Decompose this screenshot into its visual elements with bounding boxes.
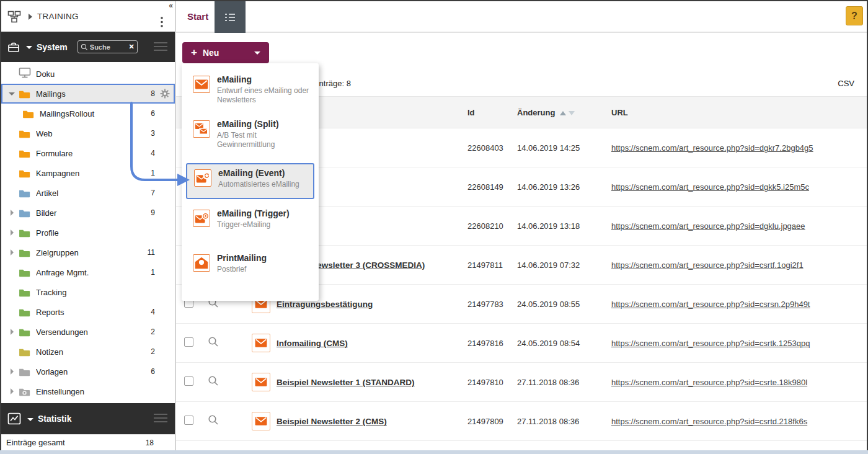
tree-item-bilder[interactable]: Bilder 9 [1, 203, 175, 223]
table-row: Beispiel Newsletter 2 (CMS) 21497809 27.… [176, 402, 867, 441]
search-icon [81, 43, 88, 51]
csv-export-link[interactable]: CSV [838, 79, 854, 88]
row-checkbox[interactable] [184, 337, 193, 347]
folder-icon [22, 109, 40, 118]
system-panel-title: System [37, 42, 68, 52]
tab-list-active[interactable] [215, 1, 246, 33]
entries-total-value: 18 [146, 438, 154, 447]
mailing-url-link[interactable]: https://scnem.com/art_resource.php?sid=c… [611, 378, 807, 387]
column-header-id[interactable]: Id [467, 108, 517, 117]
help-button[interactable]: ? [846, 6, 863, 25]
mailing-changed: 14.06.2019 13:26 [517, 182, 611, 192]
mailing-id: 21497783 [467, 300, 517, 309]
column-header-url[interactable]: URL [611, 108, 867, 117]
tree-item-notizen[interactable]: Notizen 2 [1, 342, 175, 362]
tree-item-kampagnen[interactable]: Kampagnen 1 [1, 163, 175, 183]
magnifier-icon[interactable] [208, 336, 219, 347]
search-input[interactable] [90, 43, 122, 51]
collapse-sidebar-icon[interactable]: « [169, 2, 173, 9]
mailing-id: 22608210 [467, 221, 517, 231]
menu-item-printmailing[interactable]: PrintMailing Postbrief [182, 248, 319, 293]
mailing-url-link[interactable]: https://scnem.com/art_resource.php?sid=c… [611, 260, 804, 270]
emailing-trigger-icon [193, 210, 210, 227]
chevron-down-icon [26, 46, 32, 49]
tree-item-einstellungen[interactable]: Einstellungen [1, 381, 175, 401]
mailing-id: 21497816 [467, 339, 517, 348]
mailing-url-link[interactable]: https://scnem.com/art_resource.php?sid=c… [611, 300, 810, 309]
sort-asc-icon[interactable] [560, 111, 566, 115]
folder-icon [19, 228, 36, 238]
app-window: TRAINING « System ✕ Doku [0, 0, 868, 454]
folder-icon [19, 89, 36, 99]
clear-search-icon[interactable]: ✕ [129, 43, 135, 50]
tree-item-zielgruppen[interactable]: Zielgruppen 11 [1, 243, 175, 262]
mailing-name-link[interactable]: Beispiel Newsletter 1 (STANDARD) [277, 378, 415, 387]
tree-item-mailingsrollout[interactable]: MailingsRollout 6 [1, 104, 175, 123]
gear-icon[interactable] [160, 89, 170, 99]
plus-icon: + [191, 47, 197, 59]
mailing-id: 22608403 [467, 143, 517, 153]
magnifier-icon[interactable] [208, 414, 219, 425]
tree-item-doku[interactable]: Doku [1, 64, 175, 84]
menu-item-emailing[interactable]: eMailing Entwurf eines eMailing oder New… [182, 69, 319, 114]
workspace-title: TRAINING [37, 12, 79, 21]
tree-item-reports[interactable]: Reports 4 [1, 302, 175, 322]
sitemap-icon [7, 11, 21, 23]
row-checkbox[interactable] [184, 376, 193, 386]
mailing-name-link[interactable]: Beispiel Newsletter 2 (CMS) [277, 417, 387, 426]
caret-right-icon[interactable] [11, 229, 14, 236]
column-header-aenderung[interactable]: Änderung [517, 108, 611, 117]
mailing-name-link[interactable]: Eintragungsbestätigung [277, 300, 373, 309]
row-checkbox[interactable] [184, 416, 193, 425]
caret-down-icon[interactable] [9, 92, 15, 96]
mailing-id: 21497809 [467, 417, 517, 426]
tab-start[interactable]: Start [187, 11, 208, 22]
tree-item-mailings[interactable]: Mailings 8 [1, 84, 175, 104]
mailing-url-link[interactable]: https://scnem.com/art_resource.php?sid=c… [611, 417, 807, 426]
tree-item-tracking[interactable]: Tracking [1, 282, 175, 302]
mailing-changed: 14.06.2019 07:32 [517, 260, 611, 270]
tree-item-anfrage-mgmt[interactable]: Anfrage Mgmt. 1 [1, 262, 175, 282]
caret-right-icon[interactable] [11, 210, 14, 216]
mailing-url-link[interactable]: https://scnem.com/art_resource.php?sid=c… [611, 339, 810, 348]
folder-icon [19, 347, 36, 357]
folder-icon [19, 189, 36, 198]
kebab-menu-icon[interactable] [160, 16, 164, 29]
tree-item-formulare[interactable]: Formulare 4 [1, 143, 175, 163]
mailing-id: 21497811 [467, 260, 517, 270]
emailing-split-icon [193, 120, 210, 138]
mailing-url-link[interactable]: https://scnem.com/art_resource.php?sid=d… [611, 182, 809, 192]
system-menu-icon[interactable] [154, 42, 167, 51]
tree-item-artikel[interactable]: Artikel 7 [1, 183, 175, 203]
magnifier-icon[interactable] [208, 375, 219, 386]
mailing-url-link[interactable]: https://scnem.com/art_resource.php?sid=d… [611, 143, 813, 153]
mailing-changed: 14.06.2019 14:25 [517, 143, 611, 153]
statistik-panel-bar[interactable]: Statistik [1, 403, 175, 434]
mailing-id: 22608149 [467, 182, 517, 192]
tree-item-vorlagen[interactable]: Vorlagen 6 [1, 362, 175, 381]
tree-item-profile[interactable]: Profile [1, 223, 175, 243]
entries-total-label: Einträge gesamt [6, 438, 146, 447]
tree-item-versendungen[interactable]: Versendungen 2 [1, 322, 175, 342]
statistik-menu-icon[interactable] [154, 414, 167, 422]
caret-right-icon[interactable] [11, 388, 14, 394]
menu-item-emailing-trigger[interactable]: eMailing (Trigger) Trigger-eMailing [182, 203, 319, 248]
caret-right-icon[interactable] [11, 368, 14, 375]
chevron-right-icon[interactable] [29, 14, 32, 20]
emailing-icon [252, 373, 270, 391]
chart-icon [7, 412, 21, 425]
folder-icon [19, 208, 36, 218]
caret-right-icon[interactable] [11, 249, 14, 256]
mailing-url-link[interactable]: https://scnem.com/art_resource.php?sid=d… [611, 221, 805, 231]
mailing-name-link[interactable]: Infomailing (CMS) [277, 339, 348, 348]
neu-button[interactable]: + Neu [182, 42, 269, 63]
monitor-icon [19, 67, 36, 81]
sort-desc-icon[interactable] [569, 111, 575, 115]
system-panel-bar[interactable]: System ✕ [1, 32, 175, 62]
mailing-changed: 14.06.2019 13:18 [517, 221, 611, 231]
caret-right-icon[interactable] [11, 329, 14, 335]
tree-item-web[interactable]: Web 3 [1, 123, 175, 143]
menu-item-emailing-event[interactable]: eMailing (Event) Automatisiertes eMailin… [186, 163, 314, 199]
topbar: Start ? [176, 1, 867, 33]
menu-item-emailing-split[interactable]: eMailing (Split) A/B Test mit Gewinnermi… [182, 114, 319, 159]
